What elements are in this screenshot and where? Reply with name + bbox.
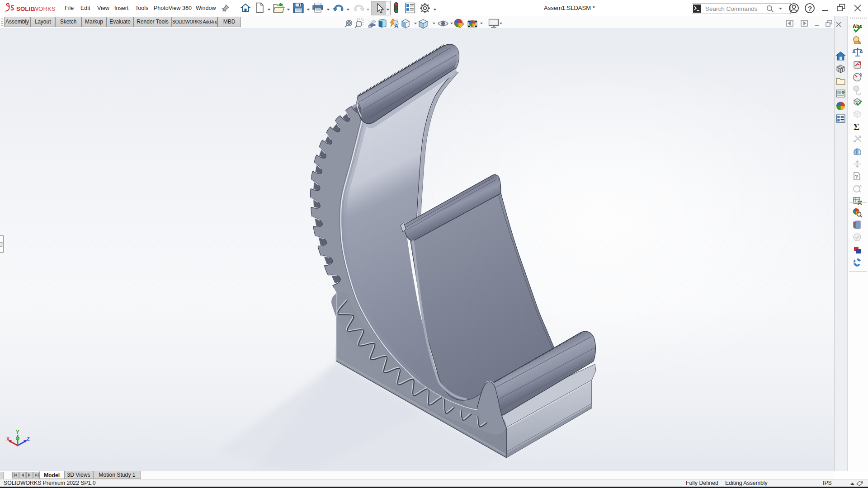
svg-text:Search Commands: Search Commands bbox=[705, 5, 758, 12]
svg-text:Σ: Σ bbox=[854, 122, 859, 132]
svg-text:A: A bbox=[394, 23, 399, 29]
svg-text:Z: Z bbox=[27, 436, 30, 441]
svg-text:?: ? bbox=[808, 5, 812, 12]
svg-text:?: ? bbox=[855, 174, 858, 179]
svg-text:WORKS: WORKS bbox=[33, 5, 56, 12]
svg-text:Y: Y bbox=[16, 429, 19, 435]
svg-text:SOLID: SOLID bbox=[16, 5, 35, 12]
svg-text:X: X bbox=[6, 436, 10, 441]
